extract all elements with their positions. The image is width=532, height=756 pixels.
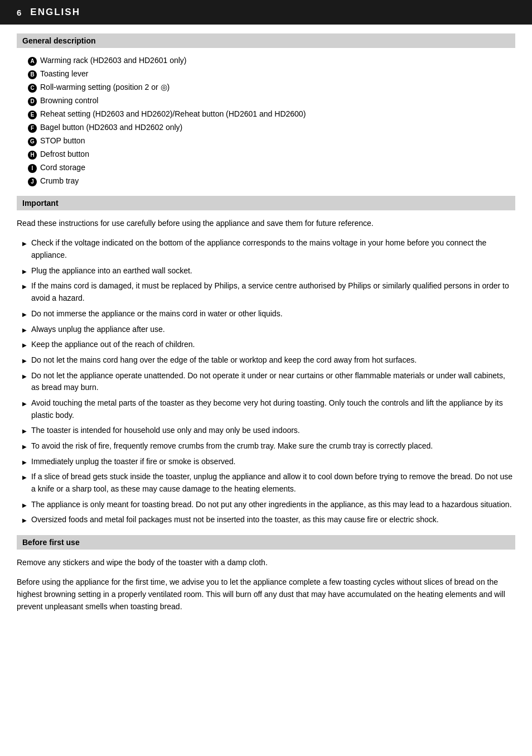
page-number: 6 (17, 8, 21, 17)
list-item: GSTOP button (28, 135, 515, 147)
list-item: ▶Immediately unplug the toaster if fire … (22, 456, 515, 468)
bullet-icon: ▶ (22, 267, 27, 276)
list-item: CRoll-warming setting (position 2 or ◎) (28, 81, 515, 93)
list-item: ▶The toaster is intended for household u… (22, 425, 515, 437)
list-item: ▶Do not let the appliance operate unatte… (22, 370, 515, 394)
item-label: B (28, 70, 37, 79)
list-item: HDefrost button (28, 148, 515, 160)
bullet-icon: ▶ (22, 501, 27, 510)
item-text: Roll-warming setting (position 2 or ◎) (40, 81, 170, 93)
item-label: E (28, 110, 37, 119)
bullet-text: Avoid touching the metal parts of the to… (31, 397, 515, 421)
list-item: ▶If the mains cord is damaged, it must b… (22, 280, 515, 304)
bullet-text: To avoid the risk of fire, frequently re… (31, 440, 433, 452)
list-item: ▶Always unplug the appliance after use. (22, 324, 515, 336)
bullet-text: The toaster is intended for household us… (31, 425, 300, 437)
page: 6 ENGLISH General description AWarming r… (0, 0, 532, 756)
general-description-header: General description (17, 33, 515, 48)
list-item: ▶Keep the appliance out of the reach of … (22, 339, 515, 351)
bullet-icon: ▶ (22, 282, 27, 291)
list-item: ▶Do not let the mains cord hang over the… (22, 354, 515, 367)
bullet-icon: ▶ (22, 357, 27, 365)
list-item: AWarming rack (HD2603 and HD2601 only) (28, 55, 515, 66)
list-item: ▶Check if the voltage indicated on the b… (22, 237, 515, 261)
important-header: Important (17, 196, 515, 210)
item-text: Defrost button (40, 148, 89, 160)
list-item: BToasting lever (28, 68, 515, 80)
bullet-text: Check if the voltage indicated on the bo… (31, 237, 515, 261)
bullet-text: Plug the appliance into an earthed wall … (31, 265, 192, 277)
list-item: ▶Avoid touching the metal parts of the t… (22, 397, 515, 421)
item-label: G (28, 137, 37, 146)
item-label: H (28, 151, 37, 160)
item-text: Bagel button (HD2603 and HD2602 only) (40, 122, 182, 133)
list-item: ▶Do not immerse the appliance or the mai… (22, 308, 515, 320)
language-title: ENGLISH (30, 7, 80, 18)
list-item: FBagel button (HD2603 and HD2602 only) (28, 122, 515, 133)
list-item: JCrumb tray (28, 175, 515, 187)
bullet-icon: ▶ (22, 458, 27, 467)
bullet-icon: ▶ (22, 239, 27, 248)
bullet-text: Keep the appliance out of the reach of c… (31, 339, 195, 351)
bullet-text: If a slice of bread gets stuck inside th… (31, 471, 515, 495)
bullet-text: If the mains cord is damaged, it must be… (31, 280, 515, 304)
bullet-icon: ▶ (22, 310, 27, 319)
list-item: DBrowning control (28, 95, 515, 107)
item-label: I (28, 164, 37, 173)
bullet-icon: ▶ (22, 341, 27, 350)
bullet-icon: ▶ (22, 427, 27, 436)
bullet-text: Do not let the mains cord hang over the … (31, 354, 417, 367)
item-text: Browning control (40, 95, 98, 107)
item-text: STOP button (40, 135, 85, 147)
bullet-text: The appliance is only meant for toasting… (31, 499, 512, 511)
item-text: Toasting lever (40, 68, 88, 80)
important-bullet-list: ▶Check if the voltage indicated on the b… (22, 237, 515, 526)
list-item: ▶To avoid the risk of fire, frequently r… (22, 440, 515, 452)
before-use-paragraph: Remove any stickers and wipe the body of… (17, 556, 515, 569)
bullet-text: Do not immerse the appliance or the main… (31, 308, 283, 320)
bullet-icon: ▶ (22, 473, 27, 482)
general-description-list: AWarming rack (HD2603 and HD2601 only)BT… (28, 55, 515, 187)
item-label: C (28, 84, 37, 93)
bullet-icon: ▶ (22, 399, 27, 408)
bullet-icon: ▶ (22, 442, 27, 451)
bullet-icon: ▶ (22, 372, 27, 381)
bullet-icon: ▶ (22, 326, 27, 335)
bullet-text: Immediately unplug the toaster if fire o… (31, 456, 236, 468)
before-first-use-content: Remove any stickers and wipe the body of… (17, 556, 515, 613)
item-text: Warming rack (HD2603 and HD2601 only) (40, 55, 186, 66)
item-label: A (28, 57, 37, 66)
list-item: ICord storage (28, 162, 515, 174)
item-label: J (28, 177, 37, 186)
item-text: Reheat setting (HD2603 and HD2602)/Rehea… (40, 108, 306, 120)
before-first-use-header: Before first use (17, 535, 515, 550)
item-text: Cord storage (40, 162, 85, 174)
main-content: General description AWarming rack (HD260… (0, 33, 532, 637)
bullet-icon: ▶ (22, 516, 27, 525)
item-label: F (28, 124, 37, 133)
important-intro: Read these instructions for use carefull… (17, 217, 515, 229)
item-text: Crumb tray (40, 175, 79, 187)
list-item: ▶If a slice of bread gets stuck inside t… (22, 471, 515, 495)
bullet-text: Oversized foods and metal foil packages … (31, 514, 439, 526)
header-bar: 6 ENGLISH (0, 0, 532, 25)
item-label: D (28, 97, 37, 106)
list-item: ▶Plug the appliance into an earthed wall… (22, 265, 515, 277)
list-item: ▶The appliance is only meant for toastin… (22, 499, 515, 511)
bullet-text: Always unplug the appliance after use. (31, 324, 165, 336)
before-use-paragraph: Before using the appliance for the first… (17, 576, 515, 613)
list-item: EReheat setting (HD2603 and HD2602)/Rehe… (28, 108, 515, 120)
bullet-text: Do not let the appliance operate unatten… (31, 370, 515, 394)
list-item: ▶Oversized foods and metal foil packages… (22, 514, 515, 526)
